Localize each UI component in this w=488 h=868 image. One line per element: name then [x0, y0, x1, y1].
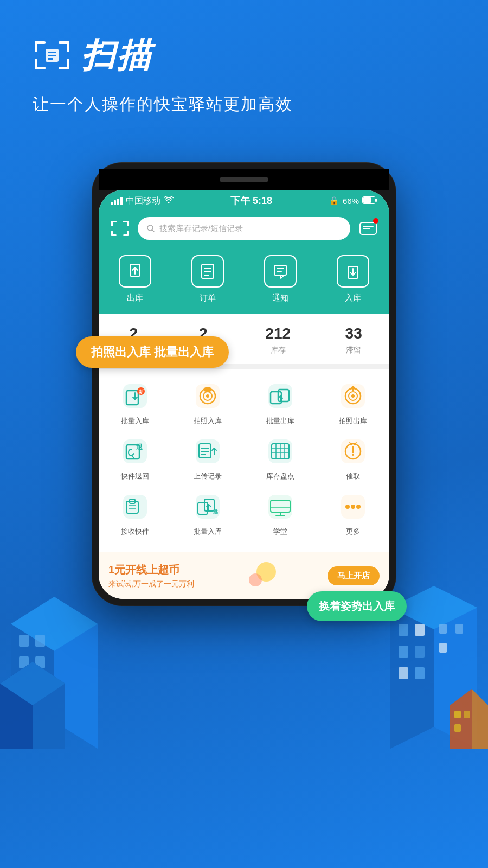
grid-batch-in[interactable]: 新 批量入库: [99, 380, 171, 426]
svg-point-85: [351, 394, 355, 398]
svg-line-53: [152, 230, 154, 232]
battery-icon: [362, 196, 377, 206]
scan-bracket-icon: [33, 39, 72, 72]
batch-out-label: 批量出库: [266, 416, 294, 426]
grid-receive[interactable]: 接收快件: [99, 491, 171, 537]
action-notify[interactable]: 通知: [264, 255, 297, 303]
svg-rect-42: [375, 199, 377, 202]
stat-inventory-label: 库存: [271, 346, 286, 355]
inbound-label: 入库: [345, 293, 361, 303]
svg-text:新: 新: [139, 388, 144, 394]
svg-rect-15: [19, 635, 29, 647]
svg-rect-33: [439, 624, 447, 634]
wifi-icon: [164, 196, 174, 206]
svg-rect-3: [67, 41, 69, 52]
action-orders[interactable]: 订单: [191, 255, 224, 303]
stat-detained: 33 滞留: [345, 325, 362, 355]
svg-marker-37: [472, 689, 488, 749]
upload-label: 上传记录: [194, 471, 222, 481]
banner-content: 1元开线上超币 来试试,万一成了一元万利: [108, 563, 194, 589]
main-action-row: 出库 订单: [99, 250, 389, 314]
svg-rect-1: [35, 41, 37, 52]
svg-point-127: [356, 505, 361, 509]
lock-icon: 🔒: [329, 196, 339, 206]
photo-in-label: 拍照入库: [194, 416, 222, 426]
more-icon: [337, 491, 369, 522]
svg-rect-16: [35, 635, 45, 647]
stat-inventory-num: 212: [265, 325, 291, 342]
batch-in-label: 批量入库: [121, 416, 149, 426]
grid-photo-out[interactable]: 拍照出库: [317, 380, 389, 426]
svg-rect-39: [464, 711, 470, 718]
message-button[interactable]: [357, 217, 380, 240]
phone-notch: [99, 169, 389, 190]
outbound-icon: [119, 255, 151, 288]
svg-rect-43: [363, 197, 371, 203]
orders-icon: [191, 255, 224, 288]
more-label: 更多: [346, 527, 360, 537]
battery-text: 66%: [343, 196, 359, 206]
grid-classroom[interactable]: 学堂: [244, 491, 317, 537]
svg-rect-27: [399, 624, 408, 636]
grid-row-3: 接收快件 批: [99, 491, 389, 537]
reminder-icon: [337, 436, 369, 467]
grid-reminder[interactable]: 催取: [317, 436, 389, 481]
stat-detained-num: 33: [345, 325, 362, 342]
svg-rect-49: [111, 231, 113, 236]
svg-rect-45: [111, 221, 113, 226]
phone-screen: 中国移动 下午 5:18 🔒 66%: [99, 190, 389, 599]
action-outbound[interactable]: 出库: [119, 255, 151, 303]
svg-rect-11: [48, 58, 53, 60]
tooltip-posture: 换着姿势出入库: [307, 591, 407, 621]
banner-decoration: [245, 561, 277, 590]
scan-header-button[interactable]: [108, 217, 131, 240]
batch-in2-icon: 批: [192, 491, 223, 522]
svg-rect-47: [127, 221, 129, 226]
return-label: 快件退回: [121, 471, 149, 481]
svg-rect-35: [439, 643, 447, 653]
orders-label: 订单: [200, 293, 216, 303]
classroom-icon: [265, 491, 296, 522]
receive-label: 接收快件: [121, 527, 149, 537]
inbound-icon: [337, 255, 369, 288]
svg-rect-63: [274, 265, 286, 275]
status-left: 中国移动: [111, 195, 174, 207]
grid-menu: 新 批量入库: [99, 369, 389, 552]
grid-photo-in[interactable]: 拍照入库: [171, 380, 244, 426]
svg-rect-9: [48, 52, 56, 53]
header-section: 扫描 让一个人操作的快宝驿站更加高效: [33, 33, 455, 116]
outbound-label: 出库: [127, 293, 143, 303]
inventory-icon: [265, 436, 296, 467]
batch-in2-label: 批量入库: [194, 527, 222, 537]
message-badge: [373, 218, 378, 224]
status-bar: 中国移动 下午 5:18 🔒 66%: [99, 190, 389, 212]
grid-batch-out[interactable]: 批量出库: [244, 380, 317, 426]
grid-batch-in2[interactable]: 批 批量入库: [171, 491, 244, 537]
app-header: 搜索库存记录/短信记录: [99, 212, 389, 250]
svg-rect-31: [399, 667, 408, 679]
svg-rect-10: [48, 55, 56, 56]
stat-inventory: 212 库存: [265, 325, 291, 355]
carrier-text: 中国移动: [126, 195, 160, 207]
batch-out-icon: [265, 380, 296, 412]
photo-out-icon: [337, 380, 369, 412]
grid-row-2: 退 快件退回: [99, 436, 389, 481]
svg-point-106: [352, 454, 354, 456]
svg-rect-28: [415, 624, 425, 636]
grid-upload[interactable]: 上传记录: [171, 436, 244, 481]
svg-rect-34: [455, 624, 463, 634]
action-inbound[interactable]: 入库: [337, 255, 369, 303]
grid-return[interactable]: 退 快件退回: [99, 436, 171, 481]
tooltip-batch-ops: 拍照出入库 批量出入库: [76, 336, 229, 368]
svg-rect-51: [127, 231, 129, 236]
svg-rect-29: [399, 646, 408, 658]
grid-inventory[interactable]: 库存盘点: [244, 436, 317, 481]
search-bar[interactable]: 搜索库存记录/短信记录: [138, 217, 350, 240]
scan-icon-area: 扫描: [33, 33, 455, 78]
grid-more[interactable]: 更多: [317, 491, 389, 537]
svg-text:批: 批: [213, 509, 218, 514]
banner-button[interactable]: 马上开店: [328, 566, 380, 585]
svg-rect-40: [454, 724, 461, 732]
svg-rect-7: [67, 59, 69, 69]
svg-point-126: [351, 505, 355, 509]
